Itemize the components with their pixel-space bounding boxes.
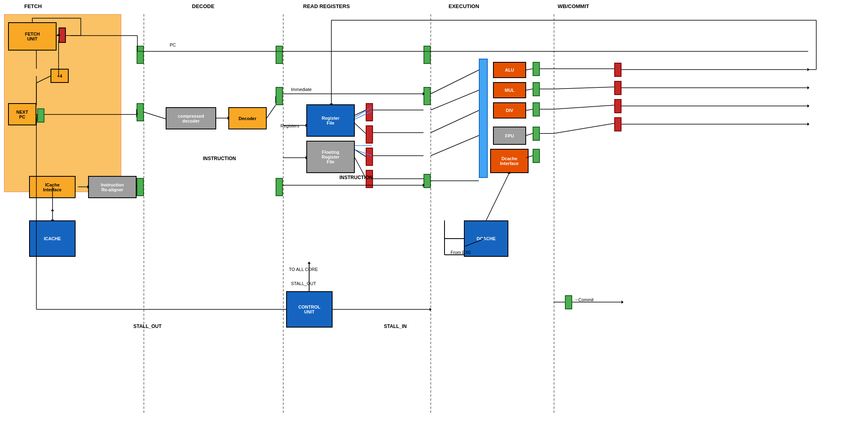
svg-line-25	[144, 112, 166, 119]
stage-wb-commit: WB/COMMIT	[558, 3, 589, 9]
wb-red-2	[614, 81, 622, 95]
next-pc-box: NEXTPC	[8, 103, 36, 125]
svg-marker-92	[308, 262, 311, 264]
pipe-reg-4b	[533, 82, 540, 96]
svg-line-55	[431, 135, 479, 156]
decoder-box: Decoder	[228, 107, 267, 129]
stall-in-label: STALL_IN	[384, 324, 407, 329]
svg-marker-76	[807, 123, 809, 126]
svg-line-66	[554, 105, 614, 109]
pipe-reg-3b	[423, 87, 431, 105]
svg-line-54	[431, 110, 479, 133]
pipe-reg-1a	[137, 46, 144, 64]
pipe-reg-1b	[137, 103, 144, 121]
plus4-box: +4	[51, 69, 69, 83]
fpu-box: FPU	[493, 127, 526, 145]
svg-marker-75	[807, 104, 809, 108]
svg-line-59	[526, 133, 533, 135]
control-unit-box: CONTROLUNIT	[286, 291, 333, 328]
wb-red-1	[614, 63, 622, 77]
from-exe-label: From EXE	[451, 250, 471, 255]
wiring-svg	[0, 0, 868, 421]
divider-read-exec	[430, 14, 431, 413]
div-box: DIV	[493, 102, 526, 118]
pipe-reg-2a	[276, 46, 283, 64]
svg-line-52	[431, 70, 479, 94]
instruction-bottom-label: INSTRUCTION	[339, 175, 373, 180]
pipe-reg-4a	[533, 62, 540, 76]
commit-label: →Commit	[574, 297, 594, 302]
float-register-file-box: FloatingRegisterFile	[306, 141, 355, 173]
svg-line-56	[526, 69, 533, 70]
divider-fetch-decode	[143, 14, 144, 413]
pipe-reg-4e	[533, 149, 540, 163]
mul-box: MUL	[493, 82, 526, 98]
pipe-reg-1c	[137, 178, 144, 196]
divider-decode-read	[283, 14, 284, 413]
svg-marker-80	[51, 209, 54, 211]
fetch-red-reg	[59, 28, 66, 43]
stall-out-decode-label: STALL_OUT	[291, 281, 316, 286]
svg-marker-102	[622, 300, 624, 304]
icache-box: ICACHE	[29, 220, 76, 257]
stage-read-registers: READ REGISTERS	[303, 3, 350, 9]
svg-line-42	[355, 150, 366, 157]
registers-label: Registers	[280, 123, 299, 128]
pipe-red-3a	[366, 103, 373, 121]
stage-execution: EXECUTION	[449, 3, 479, 9]
pipe-red-3b	[366, 125, 373, 144]
pipe-reg-2b	[276, 87, 283, 105]
wb-red-4	[614, 117, 622, 131]
commit-pipe-reg	[565, 295, 572, 309]
instruction-realigner-box: InstructionRe-aligner	[88, 176, 137, 198]
icache-interface-box: ICacheInterface	[29, 176, 76, 198]
alu-box: ALU	[493, 62, 526, 78]
stage-fetch: FETCH	[24, 3, 42, 9]
svg-marker-73	[807, 68, 809, 71]
svg-line-64	[554, 87, 614, 89]
dcache-interface-box: DcacheInterface	[490, 149, 529, 173]
instruction-top-label: INSTRUCTION	[203, 156, 236, 161]
svg-line-53	[431, 90, 479, 110]
svg-line-68	[554, 123, 614, 133]
next-pc-pipe-reg	[37, 108, 44, 123]
svg-line-41	[355, 123, 366, 133]
svg-marker-74	[807, 86, 809, 89]
svg-line-85	[486, 173, 509, 220]
to-all-core-label: TO ALL CORE	[289, 267, 318, 272]
svg-line-57	[526, 89, 533, 90]
wb-red-3	[614, 99, 622, 113]
pipe-reg-3a	[423, 46, 431, 64]
svg-line-40	[355, 110, 366, 115]
svg-line-58	[526, 109, 533, 110]
stall-out-bottom-label: STALL_OUT	[133, 324, 162, 329]
pipe-reg-4d	[533, 127, 540, 141]
svg-line-28	[267, 105, 276, 118]
immediate-label: Immediate	[291, 87, 312, 92]
compressed-decoder-box: compresseddecoder	[166, 107, 216, 129]
fetch-unit-box: FETCHUNIT	[8, 22, 57, 51]
pipe-red-3c	[366, 148, 373, 166]
pc-label: PC	[170, 42, 176, 47]
diagram-container: FETCH DECODE READ REGISTERS EXECUTION WB…	[0, 0, 868, 421]
register-file-box: RegisterFile	[306, 104, 355, 137]
pipe-reg-4c	[533, 102, 540, 116]
pipe-reg-2c	[276, 178, 283, 196]
stage-decode: DECODE	[192, 3, 215, 9]
divider-exec-wb	[554, 14, 554, 413]
pipe-reg-3c	[423, 174, 431, 188]
exec-blue-bar	[479, 59, 488, 178]
